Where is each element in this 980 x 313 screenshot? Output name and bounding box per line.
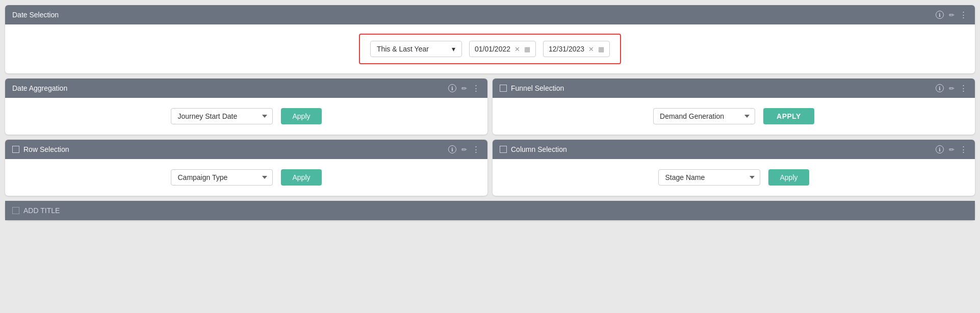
column-selection-header-left: Column Selection [500, 145, 567, 153]
date-preset-dropdown[interactable]: This & Last Year ▾ [370, 41, 462, 57]
date-selection-body: This & Last Year ▾ 01/01/2022 ✕ ▦ 12/31/… [5, 24, 975, 73]
dots-icon-date-agg[interactable]: ⋮ [472, 84, 480, 93]
dots-icon-row[interactable]: ⋮ [472, 145, 480, 154]
add-title-header: ADD TITLE [5, 201, 975, 220]
column-selection-header-icons: ℹ ✏ ⋮ [936, 145, 968, 154]
dots-icon-col[interactable]: ⋮ [960, 145, 968, 154]
date-selection-panel: Date Selection ℹ ✏ ⋮ This & Last Year ▾ … [5, 5, 975, 73]
row-selection-apply-button[interactable]: Apply [281, 169, 321, 186]
row-selection-header-icons: ℹ ✏ ⋮ [448, 145, 480, 154]
funnel-selection-title: Funnel Selection [511, 84, 564, 92]
row-3: Row Selection ℹ ✏ ⋮ Campaign Type Campai… [5, 140, 975, 196]
row-selection-dropdown[interactable]: Campaign Type Campaign Name Region [171, 169, 273, 186]
row-selection-header: Row Selection ℹ ✏ ⋮ [5, 140, 487, 159]
funnel-selection-dropdown[interactable]: Demand Generation Pipeline Revenue [653, 108, 755, 124]
funnel-selection-apply-button[interactable]: APPLY [763, 108, 814, 124]
pencil-icon-row[interactable]: ✏ [461, 146, 467, 153]
date-aggregation-panel: Date Aggregation ℹ ✏ ⋮ Journey Start Dat… [5, 79, 487, 135]
pencil-icon-col[interactable]: ✏ [949, 146, 955, 153]
funnel-selection-header: Funnel Selection ℹ ✏ ⋮ [493, 79, 975, 98]
info-icon-date-agg[interactable]: ℹ [448, 84, 456, 92]
row-selection-title: Row Selection [23, 145, 69, 153]
funnel-selection-body: Demand Generation Pipeline Revenue APPLY [493, 98, 975, 135]
row-selection-body: Campaign Type Campaign Name Region Apply [5, 159, 487, 196]
date-aggregation-dropdown[interactable]: Journey Start Date Journey Close Date [171, 108, 273, 124]
dots-icon-funnel[interactable]: ⋮ [960, 84, 968, 93]
date-aggregation-header: Date Aggregation ℹ ✏ ⋮ [5, 79, 487, 98]
table-grid-icon-add-title [12, 207, 19, 214]
dots-icon[interactable]: ⋮ [960, 10, 968, 19]
info-icon-row[interactable]: ℹ [448, 145, 456, 153]
date-aggregation-header-icons: ℹ ✏ ⋮ [448, 84, 480, 93]
end-date-input: 12/31/2023 ✕ ▦ [543, 41, 610, 57]
funnel-selection-panel: Funnel Selection ℹ ✏ ⋮ Demand Generation… [493, 79, 975, 135]
end-date-clear-icon[interactable]: ✕ [588, 45, 594, 53]
start-date-calendar-icon[interactable]: ▦ [524, 45, 530, 53]
column-selection-panel: Column Selection ℹ ✏ ⋮ Stage Name Stage … [493, 140, 975, 196]
pencil-icon[interactable]: ✏ [949, 11, 955, 19]
info-icon-col[interactable]: ℹ [936, 145, 944, 153]
funnel-selection-header-icons: ℹ ✏ ⋮ [936, 84, 968, 93]
row-2: Date Aggregation ℹ ✏ ⋮ Journey Start Dat… [5, 79, 975, 135]
add-title-panel: ADD TITLE [5, 201, 975, 220]
date-selection-header-icons: ℹ ✏ ⋮ [936, 10, 968, 19]
start-date-value: 01/01/2022 [475, 45, 510, 53]
funnel-selection-header-left: Funnel Selection [500, 84, 564, 92]
info-icon-funnel[interactable]: ℹ [936, 84, 944, 92]
date-aggregation-header-left: Date Aggregation [12, 84, 67, 92]
column-selection-dropdown[interactable]: Stage Name Stage Type Stage Order [658, 169, 760, 186]
column-selection-apply-button[interactable]: Apply [768, 169, 809, 186]
column-selection-body: Stage Name Stage Type Stage Order Apply [493, 159, 975, 196]
start-date-clear-icon[interactable]: ✕ [514, 45, 520, 53]
pencil-icon-date-agg[interactable]: ✏ [461, 85, 467, 92]
date-selection-title: Date Selection [12, 11, 59, 19]
pencil-icon-funnel[interactable]: ✏ [949, 85, 955, 92]
date-aggregation-title: Date Aggregation [12, 84, 67, 92]
date-aggregation-body: Journey Start Date Journey Close Date Ap… [5, 98, 487, 135]
table-grid-icon-row [12, 146, 19, 153]
start-date-input: 01/01/2022 ✕ ▦ [469, 41, 536, 57]
table-grid-icon-col [500, 146, 507, 153]
end-date-value: 12/31/2023 [549, 45, 584, 53]
add-title-label: ADD TITLE [23, 206, 60, 215]
chevron-down-icon: ▾ [452, 45, 455, 53]
table-grid-icon-funnel [500, 85, 507, 92]
date-selection-header: Date Selection ℹ ✏ ⋮ [5, 5, 975, 24]
date-selection-inner: This & Last Year ▾ 01/01/2022 ✕ ▦ 12/31/… [359, 34, 621, 64]
date-preset-value: This & Last Year [377, 45, 429, 53]
row-selection-panel: Row Selection ℹ ✏ ⋮ Campaign Type Campai… [5, 140, 487, 196]
column-selection-title: Column Selection [511, 145, 567, 153]
date-aggregation-apply-button[interactable]: Apply [281, 108, 321, 124]
row-selection-header-left: Row Selection [12, 145, 69, 153]
column-selection-header: Column Selection ℹ ✏ ⋮ [493, 140, 975, 159]
end-date-calendar-icon[interactable]: ▦ [598, 45, 604, 53]
info-icon[interactable]: ℹ [936, 11, 944, 19]
